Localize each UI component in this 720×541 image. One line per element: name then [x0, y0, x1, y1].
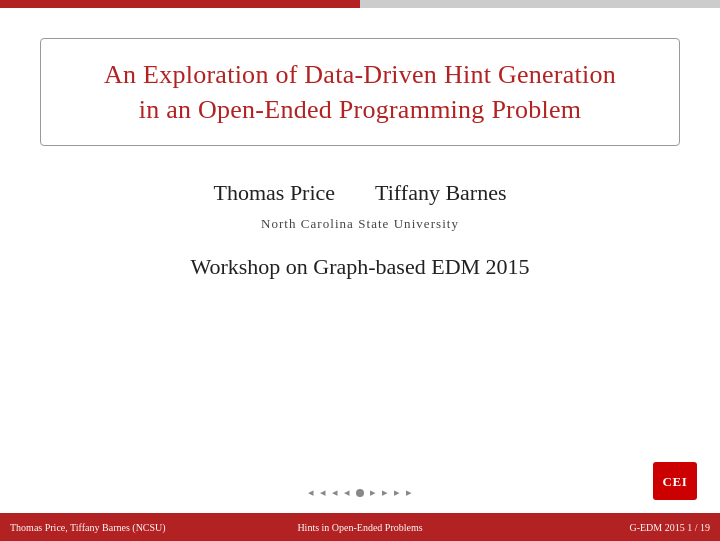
slide: An Exploration of Data-Driven Hint Gener… [0, 0, 720, 541]
nav-arrow-right3[interactable]: ▸ [394, 486, 400, 499]
author2-name: Tiffany Barnes [375, 180, 506, 206]
top-bar [0, 0, 720, 8]
cei-badge: CEI [653, 462, 697, 500]
authors-row: Thomas Price Tiffany Barnes [214, 180, 507, 206]
university-name: North Carolina State University [261, 216, 459, 232]
nav-arrow-left1[interactable]: ◂ [308, 486, 314, 499]
nav-arrow-left2[interactable]: ◂ [320, 486, 326, 499]
nav-arrow-right1[interactable]: ▸ [370, 486, 376, 499]
title-line2: in an Open-Ended Programming Problem [139, 95, 582, 124]
slide-title: An Exploration of Data-Driven Hint Gener… [71, 57, 649, 127]
bottom-bar-right: G-EDM 2015 1 / 19 [473, 522, 720, 533]
cei-logo: CEI [650, 461, 700, 501]
nav-row: ◂ ◂ ◂ ◂ ▸ ▸ ▸ ▸ [308, 486, 412, 499]
workshop-label: Workshop on Graph-based EDM 2015 [190, 254, 529, 280]
author1-name: Thomas Price [214, 180, 336, 206]
bottom-bar-left: Thomas Price, Tiffany Barnes (NCSU) [0, 522, 247, 533]
main-content: An Exploration of Data-Driven Hint Gener… [0, 8, 720, 541]
cei-text: CEI [663, 475, 688, 488]
nav-arrow-right4[interactable]: ▸ [406, 486, 412, 499]
top-bar-gray [360, 0, 720, 8]
bottom-bar: Thomas Price, Tiffany Barnes (NCSU) Hint… [0, 513, 720, 541]
nav-arrow-left4[interactable]: ◂ [344, 486, 350, 499]
bottom-bar-center: Hints in Open-Ended Problems [247, 522, 474, 533]
title-box: An Exploration of Data-Driven Hint Gener… [40, 38, 680, 146]
nav-dot1[interactable] [356, 489, 364, 497]
title-line1: An Exploration of Data-Driven Hint Gener… [104, 60, 616, 89]
nav-arrow-left3[interactable]: ◂ [332, 486, 338, 499]
top-bar-red [0, 0, 360, 8]
nav-arrow-right2[interactable]: ▸ [382, 486, 388, 499]
